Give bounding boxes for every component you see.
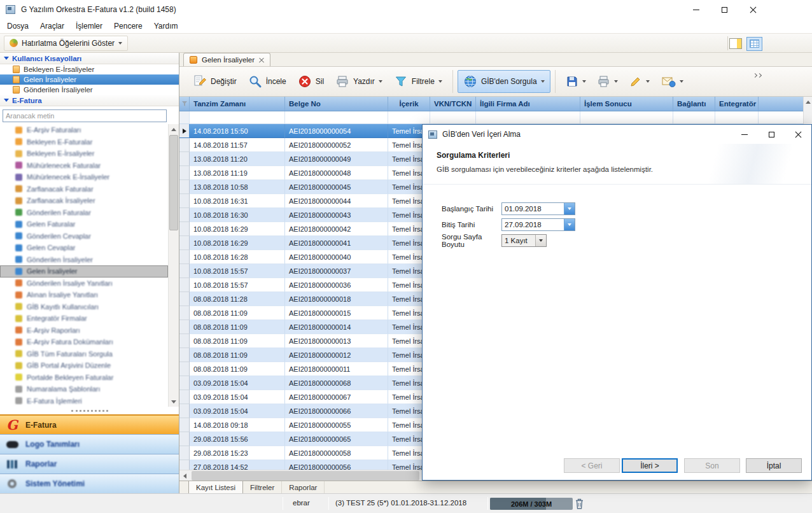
gib-query-button[interactable]: GİB'den Sorgula — [458, 70, 550, 93]
efatura-nav-item[interactable]: Gönderilen Cevaplar — [0, 230, 168, 242]
sidebar-shortcut-item[interactable]: Bekleyen E-İrsaliyeler — [0, 64, 179, 74]
efatura-nav-item[interactable]: Mühürlenecek E-İrsaliyeler — [0, 171, 168, 183]
memory-usage-bar[interactable]: 206M / 303M — [490, 498, 573, 510]
efatura-nav-item[interactable]: Gelen Cevaplar — [0, 242, 168, 254]
send-mail-button[interactable] — [655, 71, 689, 92]
page-size-combobox[interactable]: 1 Kayıt — [501, 234, 547, 247]
chevron-down-icon[interactable] — [438, 80, 442, 83]
filter-cell[interactable] — [476, 111, 580, 123]
chevron-down-icon[interactable] — [646, 80, 650, 83]
finish-button[interactable]: Son — [684, 458, 740, 473]
chevron-down-icon[interactable] — [541, 80, 545, 83]
efatura-nav-item[interactable]: GİB Portal Arşivini Düzenle — [0, 360, 168, 372]
quick-print-button[interactable] — [592, 71, 624, 92]
inspect-button[interactable]: İncele — [242, 70, 292, 93]
quick-edit-button[interactable] — [624, 71, 655, 92]
dropdown-arrow-icon[interactable] — [564, 203, 575, 214]
cancel-button[interactable]: İptal — [746, 458, 802, 473]
end-date-combobox[interactable]: 27.09.2018 — [501, 218, 575, 231]
maximize-button[interactable] — [710, 0, 739, 19]
efatura-section-header[interactable]: E-Fatura — [0, 95, 179, 106]
efatura-nav-item[interactable]: Mühürlenecek Faturalar — [0, 160, 168, 172]
print-button[interactable]: Yazdır — [330, 70, 388, 93]
menu-item[interactable]: İşlemler — [70, 20, 108, 32]
chevron-down-icon[interactable] — [614, 80, 618, 83]
grid-view-icon[interactable] — [746, 37, 762, 51]
scroll-down-icon[interactable] — [169, 397, 179, 407]
save-button[interactable] — [560, 71, 592, 92]
efatura-nav-item[interactable]: Gönderilen İrsaliye Yanıtları — [0, 278, 168, 290]
tab-gelen-irsaliyeler[interactable]: Gelen İrsaliyeler — [183, 53, 270, 66]
dialog-close-button[interactable] — [785, 125, 811, 144]
efatura-nav-item[interactable]: E-Arşiv Fatura Dokümanları — [0, 336, 168, 348]
column-header-baglanti[interactable]: Bağlantı — [673, 97, 715, 111]
menu-item[interactable]: Araçlar — [34, 20, 70, 32]
chevron-down-icon[interactable] — [582, 80, 586, 83]
column-header-icerik[interactable]: İçerik — [388, 97, 430, 111]
menu-item[interactable]: Yardım — [148, 20, 184, 32]
dropdown-arrow-icon[interactable] — [564, 219, 575, 230]
garbage-collect-icon[interactable] — [575, 498, 584, 510]
filter-cell[interactable] — [285, 111, 388, 123]
chevron-down-icon[interactable] — [680, 80, 683, 83]
filter-cell[interactable] — [673, 111, 715, 123]
filter-cell[interactable] — [580, 111, 673, 123]
view-tab[interactable]: Kayıt Listesi — [188, 481, 243, 493]
column-header-tanzim[interactable]: Tanzim Zamanı — [190, 97, 285, 111]
view-tab[interactable]: Raporlar — [282, 481, 325, 493]
back-button[interactable]: < Geri — [564, 458, 620, 473]
dialog-minimize-button[interactable] — [731, 125, 758, 144]
efatura-nav-item[interactable]: Gönderilen İrsaliyeler — [0, 254, 168, 266]
edit-button[interactable]: Değiştir — [187, 70, 242, 93]
efatura-nav-item[interactable]: Bekleyen E-Faturalar — [0, 136, 168, 148]
chevron-down-icon[interactable] — [379, 80, 382, 83]
column-header-firma[interactable]: İlgili Firma Adı — [476, 97, 580, 111]
sidebar-scrollbar[interactable] — [168, 124, 179, 407]
filter-cell[interactable] — [430, 111, 476, 123]
scroll-left-icon[interactable] — [179, 470, 190, 481]
minimize-button[interactable] — [682, 0, 710, 19]
efatura-nav-item[interactable]: Gelen Faturalar — [0, 218, 168, 230]
panel-raporlar[interactable]: Raporlar — [0, 454, 179, 474]
chevron-down-icon[interactable] — [118, 42, 122, 45]
column-header-vkn[interactable]: VKN/TCKN — [430, 97, 476, 111]
efatura-nav-item[interactable]: GİB Kayıtlı Kullanıcıları — [0, 301, 168, 313]
toolbar-overflow-icon[interactable] — [752, 70, 761, 79]
tab-close-icon[interactable] — [259, 57, 264, 62]
column-header-belge[interactable]: Belge No — [285, 97, 388, 111]
efatura-nav-item[interactable]: E-Fatura İşlemleri — [0, 395, 168, 407]
scrollbar-thumb[interactable] — [192, 471, 419, 481]
menu-item[interactable]: Dosya — [1, 20, 34, 32]
show-reminders-button[interactable]: Hatırlatma Öğelerini Göster — [4, 36, 128, 51]
header-selector-cell[interactable] — [179, 97, 190, 111]
efatura-nav-item[interactable]: E-Arşiv Faturaları — [0, 124, 168, 136]
dropdown-arrow-icon[interactable] — [535, 235, 546, 246]
efatura-nav-item[interactable]: Gönderilen Faturalar — [0, 207, 168, 219]
efatura-nav-item[interactable]: GİB Tüm Faturaları Sorgula — [0, 348, 168, 360]
panel-efatura[interactable]: G E-Fatura — [0, 414, 179, 434]
panel-logo-tanimlari[interactable]: Logo Tanımları — [0, 434, 179, 454]
efatura-nav-item[interactable]: Numaralama Şablonları — [0, 383, 168, 395]
efatura-nav-item[interactable]: Zarflanacak Faturalar — [0, 183, 168, 195]
efatura-nav-item[interactable]: Gelen İrsaliyeler — [0, 265, 168, 278]
next-button[interactable]: İleri > — [622, 458, 678, 473]
panel-layout-icon[interactable] — [729, 38, 742, 49]
sidebar-shortcut-item[interactable]: Gönderilen İrsaliyeler — [0, 85, 179, 95]
filter-cell[interactable] — [388, 111, 430, 123]
efatura-nav-item[interactable]: E-Arşiv Raporları — [0, 325, 168, 337]
panel-splitter[interactable] — [0, 407, 179, 414]
efatura-nav-item[interactable]: Bekleyen E-İrsaliyeler — [0, 148, 168, 160]
filter-cell[interactable] — [715, 111, 759, 123]
dialog-maximize-button[interactable] — [758, 125, 785, 144]
scroll-up-icon[interactable] — [169, 124, 179, 134]
view-tab[interactable]: Filtreler — [243, 481, 282, 493]
menu-item[interactable]: Pencere — [108, 20, 148, 32]
sidebar-shortcut-item[interactable]: Gelen İrsaliyeler — [0, 74, 179, 85]
efatura-nav-item[interactable]: Entegratör Firmalar — [0, 313, 168, 325]
close-button[interactable] — [739, 0, 767, 19]
scrollbar-thumb[interactable] — [169, 135, 178, 230]
column-header-islem[interactable]: İşlem Sonucu — [580, 97, 673, 111]
search-input[interactable] — [6, 112, 164, 120]
efatura-nav-item[interactable]: Alınan İrsaliye Yanıtları — [0, 289, 168, 301]
vertical-scrollbar[interactable] — [803, 97, 812, 124]
